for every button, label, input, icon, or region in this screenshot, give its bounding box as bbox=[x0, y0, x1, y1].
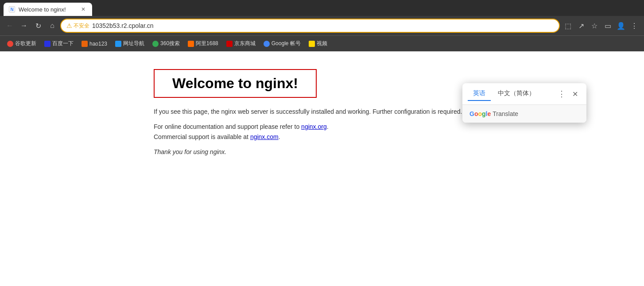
profile-icon: 👤 bbox=[617, 22, 625, 30]
bookmark-label: 谷歌更新 bbox=[15, 40, 36, 47]
active-tab[interactable]: N Welcome to nginx! ✕ bbox=[4, 3, 92, 16]
nginx-content: Welcome to nginx! If you see this page, … bbox=[145, 51, 499, 180]
forward-icon: → bbox=[20, 22, 27, 30]
nginx-p2-after: . bbox=[327, 123, 329, 130]
bookmark-favicon bbox=[309, 41, 315, 47]
google-g: G bbox=[469, 110, 474, 117]
google-o2: o bbox=[478, 110, 482, 117]
google-g3: g bbox=[482, 110, 486, 117]
security-warning: ⚠ 不安全 bbox=[66, 22, 89, 30]
toolbar-actions: ⬚ ↗ ☆ ▭ 👤 ⋮ bbox=[562, 19, 640, 32]
translate-tab-english[interactable]: 英语 bbox=[468, 87, 491, 101]
bookmark-label: 京东商城 bbox=[234, 40, 256, 47]
nginx-p3-after: . bbox=[279, 133, 280, 140]
nginx-com-link[interactable]: nginx.com bbox=[250, 133, 279, 140]
back-button[interactable]: ← bbox=[4, 19, 16, 32]
translate-body: Google Translate bbox=[462, 105, 586, 123]
bookmark-favicon bbox=[7, 41, 13, 47]
profile-button[interactable]: 👤 bbox=[615, 19, 627, 32]
home-button[interactable]: ⌂ bbox=[46, 19, 58, 32]
nginx-body: If you see this page, the nginx web serv… bbox=[154, 107, 490, 157]
translate-more-icon: ⋮ bbox=[558, 89, 566, 99]
tab-manager-button[interactable]: ▭ bbox=[601, 19, 614, 32]
translate-close-button[interactable]: ✕ bbox=[569, 88, 581, 100]
bookmark-favicon bbox=[44, 41, 50, 47]
reload-icon: ↻ bbox=[35, 22, 41, 30]
tab-bar: N Welcome to nginx! ✕ bbox=[0, 0, 644, 16]
reload-button[interactable]: ↻ bbox=[32, 19, 44, 32]
translate-text: Translate bbox=[493, 110, 518, 117]
browser-chrome: N Welcome to nginx! ✕ ← → ↻ ⌂ ⚠ 不安全 1035… bbox=[0, 0, 644, 51]
bookmark-label: hao123 bbox=[89, 41, 107, 47]
nginx-title-box: Welcome to nginx! bbox=[154, 69, 317, 98]
bookmark-label: Google 帐号 bbox=[272, 40, 301, 47]
translate-google-branding: Google Translate bbox=[469, 110, 579, 117]
google-e: e bbox=[487, 110, 491, 117]
cast-button[interactable]: ⬚ bbox=[562, 19, 574, 32]
tab-close-button[interactable]: ✕ bbox=[80, 6, 87, 13]
bookmark-label: 视频 bbox=[317, 40, 327, 47]
tab-favicon: N bbox=[9, 6, 15, 12]
bookmark-label: 阿里1688 bbox=[196, 40, 218, 47]
nginx-paragraph-2: For online documentation and support ple… bbox=[154, 122, 490, 142]
bookmark-star-icon: ☆ bbox=[591, 22, 597, 30]
translate-popup: 英语 中文（简体） ⋮ ✕ Google Translate bbox=[462, 83, 586, 123]
bookmark-button[interactable]: ☆ bbox=[588, 19, 601, 32]
bookmark-favicon bbox=[226, 41, 233, 47]
translate-header: 英语 中文（简体） ⋮ ✕ bbox=[462, 83, 586, 105]
share-icon: ↗ bbox=[578, 22, 584, 30]
home-icon: ⌂ bbox=[50, 22, 54, 30]
bookmark-google-account[interactable]: Google 帐号 bbox=[260, 38, 304, 49]
url-display: 10352b53.r2.cpolar.cn bbox=[92, 22, 554, 29]
bookmark-favicon bbox=[115, 41, 121, 47]
forward-button[interactable]: → bbox=[18, 19, 30, 32]
tab-title: Welcome to nginx! bbox=[19, 6, 76, 13]
bookmark-baidu[interactable]: 百度一下 bbox=[41, 38, 77, 49]
bookmark-favicon bbox=[81, 41, 88, 47]
page-content: Welcome to nginx! If you see this page, … bbox=[0, 51, 644, 286]
cast-icon: ⬚ bbox=[565, 22, 571, 30]
nginx-org-link[interactable]: nginx.org bbox=[301, 123, 327, 130]
nginx-p3-before: Commercial support is available at bbox=[154, 133, 250, 140]
bookmark-label: 网址导航 bbox=[123, 40, 144, 47]
translate-more-button[interactable]: ⋮ bbox=[555, 88, 568, 100]
bookmark-favicon bbox=[264, 41, 270, 47]
bookmark-label: 百度一下 bbox=[52, 40, 74, 47]
nginx-thanks: Thank you for using nginx. bbox=[154, 147, 490, 157]
bookmarks-bar: 谷歌更新 百度一下 hao123 网址导航 360搜索 阿里1688 京东商城 bbox=[0, 35, 644, 51]
bookmark-favicon bbox=[152, 41, 159, 47]
translate-close-icon: ✕ bbox=[572, 90, 578, 98]
bookmark-360[interactable]: 360搜索 bbox=[149, 38, 183, 49]
bookmark-favicon bbox=[188, 41, 194, 47]
tab-manager-icon: ▭ bbox=[605, 22, 611, 30]
nginx-p2-before: For online documentation and support ple… bbox=[154, 123, 301, 130]
translate-tab-chinese[interactable]: 中文（简体） bbox=[493, 87, 540, 101]
share-button[interactable]: ↗ bbox=[575, 19, 587, 32]
bookmark-label: 360搜索 bbox=[160, 40, 180, 47]
bookmark-google-update[interactable]: 谷歌更新 bbox=[4, 38, 40, 49]
menu-button[interactable]: ⋮ bbox=[628, 19, 640, 32]
toolbar: ← → ↻ ⌂ ⚠ 不安全 10352b53.r2.cpolar.cn ⬚ ↗ bbox=[0, 16, 644, 35]
bookmark-hao123[interactable]: hao123 bbox=[78, 39, 111, 49]
bookmark-video[interactable]: 视频 bbox=[305, 38, 331, 49]
nginx-title: Welcome to nginx! bbox=[172, 75, 298, 91]
nginx-paragraph-1: If you see this page, the nginx web serv… bbox=[154, 107, 490, 116]
bookmark-nav[interactable]: 网址导航 bbox=[112, 38, 148, 49]
address-bar[interactable]: ⚠ 不安全 10352b53.r2.cpolar.cn bbox=[60, 19, 560, 33]
bookmark-ali1688[interactable]: 阿里1688 bbox=[184, 38, 222, 49]
menu-dots-icon: ⋮ bbox=[631, 22, 638, 30]
bookmark-jd[interactable]: 京东商城 bbox=[223, 38, 259, 49]
back-icon: ← bbox=[6, 22, 13, 30]
